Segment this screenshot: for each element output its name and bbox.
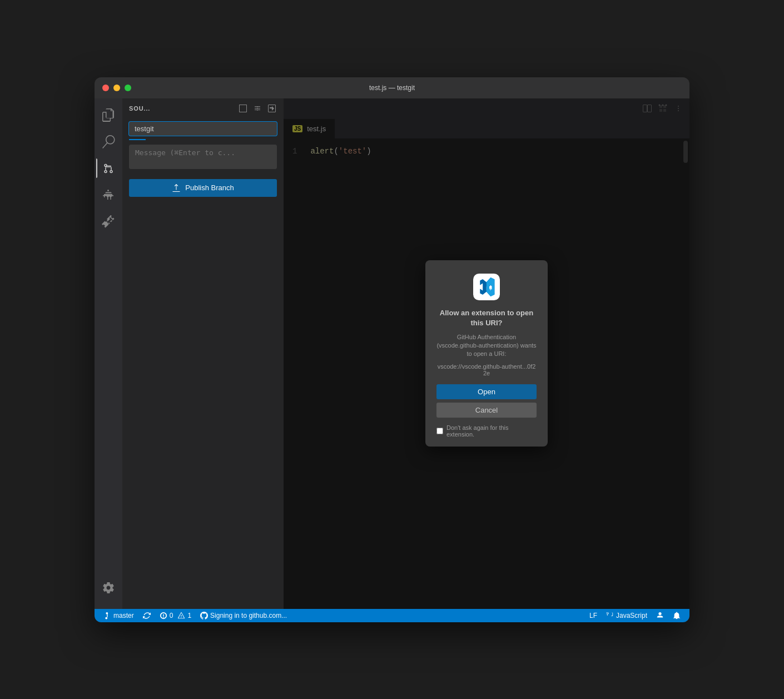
modal-checkbox-label[interactable]: Don't ask again for this extension. xyxy=(446,424,537,438)
sidebar-action-icon-3[interactable] xyxy=(267,103,277,113)
status-signing[interactable]: Signing in to github.com... xyxy=(196,609,291,622)
sidebar-header: SOU... xyxy=(122,98,284,118)
branch-name: master xyxy=(113,612,134,619)
branch-input-container xyxy=(122,118,284,139)
maximize-button[interactable] xyxy=(125,85,131,91)
language-label: JavaScript xyxy=(616,612,647,619)
error-count: 0 xyxy=(170,612,173,619)
modal-cancel-button[interactable]: Cancel xyxy=(436,403,537,418)
status-bell[interactable] xyxy=(668,609,685,622)
activity-icon-source-control[interactable] xyxy=(96,156,121,181)
status-sync[interactable] xyxy=(138,609,155,622)
branch-icon xyxy=(103,612,111,619)
bell-icon xyxy=(673,612,681,619)
modal-overlay: Allow an extension to open this URI? Git… xyxy=(284,98,689,609)
sidebar-action-icon-1[interactable] xyxy=(238,103,248,113)
github-icon xyxy=(200,612,208,619)
title-bar: test.js — testgit xyxy=(95,77,689,98)
close-button[interactable] xyxy=(102,85,109,91)
status-branch[interactable]: master xyxy=(99,609,138,622)
sync-icon xyxy=(143,612,151,619)
activity-icon-search[interactable] xyxy=(96,130,121,154)
status-bar: master 0 1 Signing in to github.com... xyxy=(95,609,689,622)
error-icon xyxy=(160,612,167,619)
window-title: test.js — testgit xyxy=(369,84,415,92)
commit-message-input[interactable] xyxy=(129,145,277,169)
activity-icon-settings[interactable] xyxy=(96,576,121,600)
sidebar: SOU... xyxy=(122,98,284,609)
publish-icon xyxy=(172,184,181,192)
modal-dialog: Allow an extension to open this URI? Git… xyxy=(425,260,548,447)
encoding-label: LF xyxy=(589,612,597,619)
activity-icon-explorer[interactable] xyxy=(96,103,121,127)
vscode-window: test.js — testgit xyxy=(95,77,689,622)
status-language[interactable]: JavaScript xyxy=(602,609,652,622)
person-icon xyxy=(656,612,664,619)
sidebar-action-icon-2[interactable] xyxy=(252,103,262,113)
underline-indicator xyxy=(129,139,146,140)
branch-input[interactable] xyxy=(129,122,277,136)
sidebar-title: SOU... xyxy=(129,105,150,112)
message-input-container xyxy=(122,142,284,176)
activity-bar xyxy=(95,98,122,609)
braces-icon xyxy=(606,612,614,619)
warning-icon xyxy=(177,612,185,619)
activity-icon-extensions[interactable] xyxy=(96,210,121,234)
modal-description: GitHub Authentication (vscode.github-aut… xyxy=(436,333,537,359)
activity-bar-top xyxy=(96,103,121,576)
publish-branch-button[interactable]: Publish Branch xyxy=(129,179,277,197)
modal-checkbox-row: Don't ask again for this extension. xyxy=(436,424,537,438)
activity-icon-run-debug[interactable] xyxy=(96,183,121,207)
traffic-lights xyxy=(102,85,131,91)
activity-bar-bottom xyxy=(96,576,121,604)
vscode-app-icon xyxy=(473,274,500,300)
signing-status: Signing in to github.com... xyxy=(210,612,287,619)
status-encoding[interactable]: LF xyxy=(585,609,602,622)
modal-open-button[interactable]: Open xyxy=(436,384,537,399)
modal-title: Allow an extension to open this URI? xyxy=(436,308,537,328)
editor-area: JS test.js 1 alert('test') xyxy=(284,98,689,609)
status-errors[interactable]: 0 1 xyxy=(155,609,196,622)
main-layout: SOU... xyxy=(95,98,689,609)
status-feedback[interactable] xyxy=(652,609,668,622)
publish-branch-label: Publish Branch xyxy=(185,184,234,192)
modal-uri: vscode://vscode.github-authent...0f22e xyxy=(436,363,537,376)
warning-count: 1 xyxy=(187,612,191,619)
sidebar-actions xyxy=(238,103,277,113)
modal-dont-ask-checkbox[interactable] xyxy=(436,428,443,434)
minimize-button[interactable] xyxy=(113,85,120,91)
